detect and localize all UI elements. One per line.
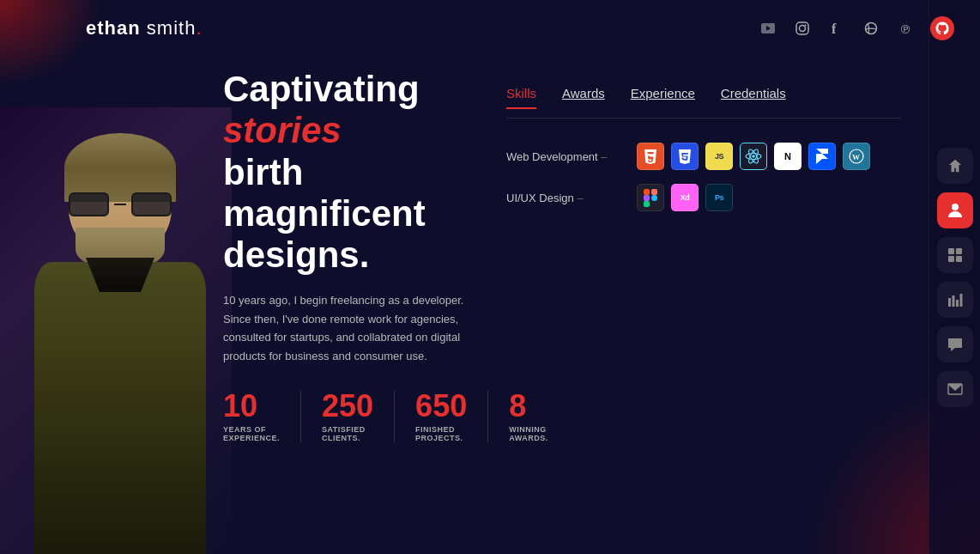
stat-projects-label: FINISHEDPROJECTS. — [415, 425, 467, 442]
logo-dot: . — [196, 17, 202, 39]
stat-projects: 650 FINISHEDPROJECTS. — [415, 391, 488, 442]
stat-awards-label: WINNINGAWARDS. — [509, 425, 548, 442]
headline-line3: designs. — [223, 234, 369, 275]
sidebar-mail-btn[interactable] — [937, 371, 973, 407]
instagram-icon[interactable] — [793, 19, 812, 38]
stat-experience-label: YEARS OFEXPERIENCE. — [223, 425, 280, 442]
stat-clients-number: 250 — [322, 391, 373, 422]
logo-first-name: ethan — [86, 17, 141, 39]
html5-icon[interactable] — [637, 143, 664, 170]
svg-rect-25 — [952, 295, 954, 307]
svg-rect-2 — [796, 22, 808, 34]
svg-point-3 — [800, 25, 806, 31]
svg-point-19 — [952, 204, 959, 210]
skill-row-uiux: UI/UX Design – Xd Ps — [506, 184, 901, 211]
headline: Captivating stories birth magnificent de… — [223, 69, 498, 276]
svg-rect-21 — [956, 248, 962, 254]
stat-experience-number: 10 — [223, 391, 280, 422]
svg-rect-20 — [948, 248, 954, 254]
stat-clients: 250 SATISFIEDCLIENTS. — [322, 391, 395, 442]
stat-awards: 8 WINNINGAWARDS. — [509, 391, 569, 442]
svg-rect-23 — [956, 256, 962, 262]
svg-rect-27 — [959, 294, 962, 307]
skill-webdev-icons: JS N W — [637, 143, 870, 170]
svg-text:℗: ℗ — [899, 23, 911, 35]
svg-rect-22 — [948, 256, 954, 262]
adobexd-icon[interactable]: Xd — [671, 184, 699, 211]
skill-row-webdev: Web Development – JS — [506, 143, 901, 170]
nextjs-icon[interactable]: N — [774, 143, 802, 170]
framer-icon[interactable] — [808, 143, 836, 170]
svg-rect-24 — [948, 298, 951, 307]
svg-text:f: f — [832, 21, 837, 35]
portrait-area — [0, 90, 232, 554]
headline-accent: stories — [223, 110, 342, 150]
sidebar-stats-btn[interactable] — [937, 282, 973, 318]
stat-experience: 10 YEARS OFEXPERIENCE. — [223, 391, 301, 442]
photoshop-icon[interactable]: Ps — [705, 184, 733, 211]
stat-awards-number: 8 — [509, 391, 548, 422]
sidebar-user-btn[interactable] — [937, 192, 973, 228]
logo-last-name: smith — [147, 17, 197, 39]
sidebar-home-btn[interactable] — [937, 148, 973, 184]
stats-row: 10 YEARS OFEXPERIENCE. 250 SATISFIEDCLIE… — [223, 391, 498, 442]
logo[interactable]: ethan smith. — [86, 17, 203, 40]
svg-rect-15 — [651, 189, 657, 195]
javascript-icon[interactable]: JS — [705, 143, 733, 170]
header: ethan smith. f — [0, 0, 980, 56]
svg-point-11 — [752, 155, 755, 158]
pinterest-icon[interactable]: ℗ — [896, 19, 915, 38]
svg-point-4 — [805, 24, 807, 26]
wordpress-icon[interactable]: W — [843, 143, 870, 170]
skills-area: Skills Awards Experience Credentials Web… — [506, 86, 901, 225]
social-icons-bar: f ℗ — [759, 16, 954, 40]
facebook-icon[interactable]: f — [827, 19, 846, 38]
skill-webdev-label: Web Development – — [506, 150, 626, 163]
css3-icon[interactable] — [671, 143, 699, 170]
skill-uiux-icons: Xd Ps — [637, 184, 733, 211]
svg-rect-18 — [644, 201, 650, 207]
headline-line1-normal: Captivating — [223, 69, 420, 109]
github-icon[interactable] — [930, 16, 954, 40]
react-icon[interactable] — [740, 143, 767, 170]
sidebar-portfolio-btn[interactable] — [937, 237, 973, 273]
stat-projects-number: 650 — [415, 391, 467, 422]
right-sidebar — [929, 0, 980, 554]
tabs-bar: Skills Awards Experience Credentials — [506, 86, 901, 119]
headline-line2: birth magnificent — [223, 152, 426, 234]
main-content: Captivating stories birth magnificent de… — [223, 69, 498, 442]
tab-experience[interactable]: Experience — [631, 86, 695, 109]
tab-awards[interactable]: Awards — [562, 86, 605, 109]
tab-skills[interactable]: Skills — [506, 86, 536, 109]
svg-rect-26 — [956, 300, 959, 307]
youtube-icon[interactable] — [759, 19, 777, 38]
sidebar-chat-btn[interactable] — [937, 326, 973, 362]
description-text: 10 years ago, I begin freelancing as a d… — [223, 291, 476, 365]
stat-clients-label: SATISFIEDCLIENTS. — [322, 425, 373, 442]
svg-point-17 — [651, 195, 657, 201]
svg-text:W: W — [852, 153, 860, 161]
dribbble-icon[interactable] — [862, 19, 880, 38]
svg-rect-14 — [644, 189, 650, 195]
figma-icon[interactable] — [637, 184, 664, 211]
svg-rect-16 — [644, 195, 650, 201]
tab-credentials[interactable]: Credentials — [721, 86, 786, 109]
skill-uiux-label: UI/UX Design – — [506, 192, 626, 204]
